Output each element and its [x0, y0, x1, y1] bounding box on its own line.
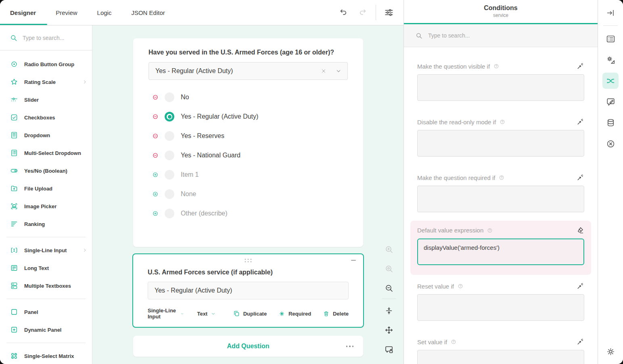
- question-card-service-selected[interactable]: U.S. Armed Forces service (if applicable…: [132, 253, 364, 328]
- magic-wand-icon: [576, 118, 584, 126]
- tab-designer[interactable]: Designer: [10, 9, 36, 16]
- radio-button-selected[interactable]: [165, 112, 174, 121]
- toolbox-item-single-select-matrix[interactable]: Single-Select Matrix: [0, 347, 92, 364]
- remove-choice-icon[interactable]: [152, 94, 159, 100]
- toolbox-search-input[interactable]: [23, 35, 79, 41]
- field-visible-if: Make the question visible if: [417, 62, 584, 103]
- expression-wizard-button[interactable]: [576, 62, 584, 70]
- remove-choice-icon[interactable]: [152, 152, 159, 159]
- question-type-select[interactable]: Single-Line Input: [148, 308, 184, 320]
- question-card-armed-forces[interactable]: Have you served in the U.S. Armed Forces…: [133, 38, 363, 247]
- redo-button[interactable]: [356, 6, 369, 19]
- zoom-out-button[interactable]: [384, 283, 394, 293]
- visible-if-input[interactable]: [417, 74, 584, 101]
- collapse-panel-button[interactable]: [602, 5, 619, 21]
- toolbox-item-slider[interactable]: Slider: [0, 91, 92, 109]
- enable-if-input[interactable]: [417, 130, 584, 157]
- help-icon[interactable]: [493, 63, 500, 69]
- collapse-question-icon[interactable]: [351, 257, 358, 263]
- radio-button[interactable]: [165, 151, 174, 160]
- expression-wizard-button[interactable]: [576, 282, 584, 290]
- add-choice-icon[interactable]: [152, 172, 159, 178]
- toolbox-divider: [6, 343, 86, 343]
- add-choice-icon[interactable]: [152, 210, 159, 217]
- toolbox-item-image-picker[interactable]: Image Picker: [0, 197, 92, 215]
- radio-button[interactable]: [165, 92, 174, 102]
- tab-data[interactable]: [602, 115, 619, 131]
- add-question-button[interactable]: Add Question: [133, 336, 363, 357]
- reset-value-if-input[interactable]: [417, 294, 584, 321]
- toolbox-item-checkboxes[interactable]: Checkboxes: [0, 109, 92, 126]
- help-icon[interactable]: [487, 227, 493, 234]
- required-toggle[interactable]: Required: [278, 310, 311, 317]
- tab-general[interactable]: [602, 31, 619, 47]
- tab-logic[interactable]: Logic: [97, 9, 112, 16]
- radio-button[interactable]: [165, 170, 174, 180]
- radio-button[interactable]: [165, 189, 174, 199]
- remove-choice-icon[interactable]: [152, 133, 159, 139]
- toolbox-item-radio-button-group[interactable]: Radio Button Group: [0, 55, 92, 73]
- tab-logic-conditions[interactable]: [602, 73, 619, 89]
- duplicate-button[interactable]: Duplicate: [233, 310, 267, 317]
- toolbox-item-ranking[interactable]: Ranking: [0, 215, 92, 233]
- undo-button[interactable]: [337, 6, 350, 19]
- tab-input-settings[interactable]: [602, 94, 619, 110]
- tab-validation[interactable]: [602, 136, 619, 152]
- drag-handle[interactable]: [243, 257, 253, 264]
- toolbar-divider: [382, 299, 396, 299]
- settings-sliders-button[interactable]: [383, 6, 395, 19]
- help-icon[interactable]: [498, 174, 505, 181]
- text-input-preview[interactable]: Yes - Regular (Active Duty): [148, 282, 349, 299]
- zoom-actual-size-button[interactable]: [384, 264, 394, 274]
- toolbox-item-long-text[interactable]: Long Text: [0, 259, 92, 277]
- panel-subtitle: service: [404, 13, 598, 18]
- radio-button[interactable]: [165, 209, 174, 218]
- toolbar-divider: [376, 5, 376, 20]
- toolbox-item-rating-scale[interactable]: Rating Scale: [0, 73, 92, 91]
- toolbox-item-multi-select-dropdown[interactable]: Multi-Select Dropdown: [0, 144, 92, 162]
- toolbox-item-dynamic-panel[interactable]: Dynamic Panel: [0, 321, 92, 339]
- expression-wizard-button[interactable]: [576, 174, 584, 182]
- collapse-all-button[interactable]: [384, 306, 394, 316]
- add-choice-icon[interactable]: [152, 191, 159, 197]
- chevron-down-icon: [180, 311, 184, 316]
- toolbox-item-multiple-textboxes[interactable]: Multiple Textboxes: [0, 277, 92, 295]
- default-value-expression-input[interactable]: displayValue('armed-forces'): [417, 238, 584, 265]
- tab-json-editor[interactable]: JSON Editor: [131, 9, 165, 16]
- input-type-select[interactable]: Text: [197, 311, 216, 317]
- toolbox-item-panel[interactable]: Panel: [0, 303, 92, 321]
- move-pan-icon: [384, 325, 394, 335]
- radio-button[interactable]: [165, 131, 174, 141]
- expression-wizard-button[interactable]: [576, 118, 584, 126]
- question-dropdown[interactable]: Yes - Regular (Active Duty): [148, 62, 348, 80]
- help-icon[interactable]: [457, 283, 464, 289]
- toolbox-item-file-upload[interactable]: File Upload: [0, 180, 92, 197]
- creator-settings-button[interactable]: [602, 343, 619, 360]
- property-search-input[interactable]: [428, 32, 586, 39]
- clear-expression-button[interactable]: [576, 226, 584, 234]
- delete-button[interactable]: Delete: [323, 310, 349, 317]
- clear-value-icon[interactable]: [321, 68, 326, 74]
- required-if-input[interactable]: [417, 186, 584, 212]
- tab-preview[interactable]: Preview: [56, 9, 77, 16]
- toolbox-search[interactable]: [0, 25, 92, 50]
- dropdown-icon: [10, 131, 18, 139]
- help-icon[interactable]: [499, 119, 506, 125]
- tab-appearance[interactable]: [602, 52, 619, 68]
- property-panel-header: Conditions service: [404, 0, 598, 24]
- set-value-if-input[interactable]: [417, 350, 584, 364]
- property-search[interactable]: [404, 24, 598, 47]
- chevron-down-icon[interactable]: [335, 68, 342, 74]
- lock-questions-button[interactable]: [384, 345, 394, 354]
- collapse-all-icon: [384, 306, 394, 316]
- add-question-more-menu[interactable]: [344, 343, 356, 349]
- toolbox-item-yes-no-boolean[interactable]: Yes/No (Boolean): [0, 162, 92, 180]
- remove-choice-icon[interactable]: [152, 113, 159, 120]
- toolbox-item-single-line-input[interactable]: Single-Line Input: [0, 241, 92, 259]
- image-picker-icon: [10, 202, 18, 210]
- pan-mode-button[interactable]: [384, 325, 394, 335]
- help-icon[interactable]: [450, 339, 457, 345]
- toolbox-item-dropdown[interactable]: Dropdown: [0, 126, 92, 144]
- zoom-in-button[interactable]: [384, 245, 394, 254]
- expression-wizard-button[interactable]: [576, 338, 584, 346]
